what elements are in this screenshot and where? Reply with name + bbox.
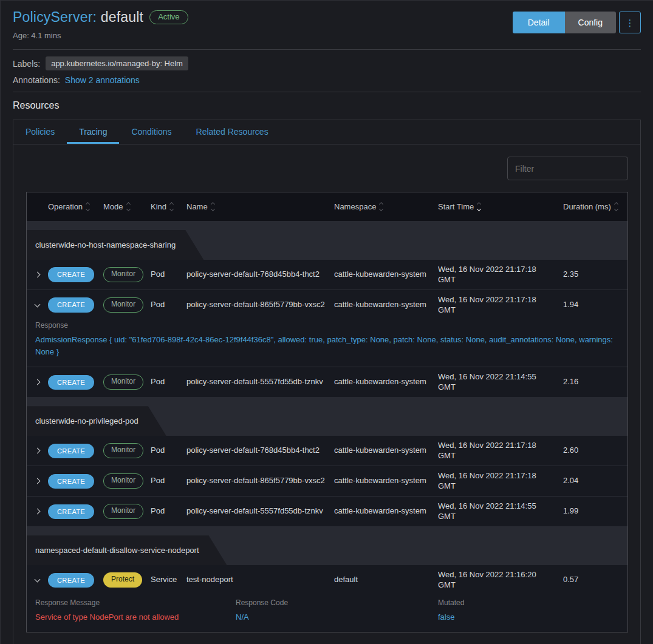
- cell-name: policy-server-default-865f5779bb-vxsc2: [186, 300, 334, 310]
- mode-badge: Monitor: [103, 443, 143, 458]
- column-header-name[interactable]: Name: [186, 202, 334, 211]
- tracing-tab-content: Operation Mode Kind Name: [13, 144, 640, 644]
- column-header-namespace[interactable]: Namespace: [334, 202, 438, 211]
- column-header-mode[interactable]: Mode: [103, 202, 151, 211]
- cell-mode: Monitor: [103, 375, 151, 390]
- group-label: clusterwide-no-privileged-pod: [27, 406, 166, 436]
- cell-mode: Monitor: [103, 473, 151, 489]
- row-detail: Response MessageService of type NodePort…: [27, 595, 627, 632]
- cell-operation: CREATE: [48, 474, 103, 489]
- mode-badge: Monitor: [103, 504, 143, 519]
- cell-kind: Pod: [151, 269, 186, 280]
- table-row[interactable]: CREATEMonitorPodpolicy-server-default-55…: [27, 367, 627, 397]
- chevron-right-icon: [35, 379, 41, 385]
- cell-name: policy-server-default-5557fd55db-tznkv: [186, 506, 334, 517]
- table-row-block: CREATEMonitorPodpolicy-server-default-55…: [27, 497, 627, 526]
- row-expander[interactable]: [27, 449, 48, 453]
- cell-start-time: Wed, 16 Nov 2022 21:14:55 GMT: [438, 372, 563, 393]
- table-header: Operation Mode Kind Name: [27, 192, 627, 221]
- column-header-duration[interactable]: Duration (ms): [563, 202, 627, 211]
- cell-name: policy-server-default-5557fd55db-tznkv: [186, 377, 334, 387]
- operation-badge: CREATE: [48, 474, 94, 489]
- group-header: namespaced-default-disallow-service-node…: [27, 526, 627, 565]
- group-label: clusterwide-no-host-namespace-sharing: [27, 230, 203, 260]
- cell-mode: Protect: [103, 572, 151, 588]
- table-row[interactable]: CREATEProtectServicetest-nodeportdefault…: [27, 565, 627, 595]
- row-expander[interactable]: [27, 380, 48, 384]
- cell-kind: Pod: [151, 446, 186, 456]
- chevron-down-icon: [35, 576, 41, 582]
- table-row[interactable]: CREATEMonitorPodpolicy-server-default-86…: [27, 290, 627, 320]
- resource-kind: PolicyServer:: [13, 9, 97, 25]
- filter-input[interactable]: [507, 157, 628, 180]
- detail-value: N/A: [236, 611, 438, 623]
- table-row[interactable]: CREATEMonitorPodpolicy-server-default-55…: [27, 497, 627, 526]
- show-annotations-link[interactable]: Show 2 annotations: [65, 75, 140, 85]
- detail-label: Response Message: [35, 598, 236, 607]
- cell-operation: CREATE: [48, 297, 103, 312]
- cell-start-time: Wed, 16 Nov 2022 21:17:18 GMT: [438, 471, 563, 492]
- cell-namespace: cattle-kubewarden-system: [334, 446, 438, 456]
- column-header-operation[interactable]: Operation: [48, 202, 103, 211]
- cell-name: policy-server-default-768d45bb4-thct2: [186, 446, 334, 456]
- mode-badge: Protect: [103, 572, 142, 588]
- tab-conditions[interactable]: Conditions: [119, 120, 183, 144]
- cell-namespace: default: [334, 575, 438, 585]
- table-row[interactable]: CREATEMonitorPodpolicy-server-default-86…: [27, 466, 627, 496]
- divider: [13, 49, 641, 50]
- cell-kind: Pod: [151, 476, 186, 486]
- page-title: PolicyServer: default: [13, 9, 143, 25]
- detail-button[interactable]: Detail: [513, 12, 565, 33]
- cell-namespace: cattle-kubewarden-system: [334, 300, 438, 310]
- table-row-block: CREATEMonitorPodpolicy-server-default-86…: [27, 466, 627, 497]
- cell-duration: 2.04: [563, 476, 627, 486]
- cell-start-time: Wed, 16 Nov 2022 21:16:20 GMT: [438, 570, 563, 591]
- cell-start-time: Wed, 16 Nov 2022 21:17:18 GMT: [438, 265, 563, 285]
- table-row[interactable]: CREATEMonitorPodpolicy-server-default-76…: [27, 436, 627, 466]
- tab-related-resources[interactable]: Related Resources: [184, 120, 281, 144]
- sort-carets-icon: [127, 203, 130, 211]
- row-expander[interactable]: [27, 273, 48, 277]
- kebab-menu-button[interactable]: ⋮: [619, 12, 641, 33]
- cell-name: test-nodeport: [186, 575, 334, 585]
- row-expander[interactable]: [27, 509, 48, 514]
- group-header: clusterwide-no-host-namespace-sharing: [27, 221, 627, 260]
- cell-start-time: Wed, 16 Nov 2022 21:17:18 GMT: [438, 441, 563, 461]
- tracing-table: Operation Mode Kind Name: [26, 192, 628, 632]
- table-row-block: CREATEMonitorPodpolicy-server-default-55…: [27, 367, 627, 397]
- detail-label: Response Code: [236, 598, 438, 607]
- resource-name: default: [101, 9, 143, 25]
- masthead: PolicyServer: default Active Age: 4.1 mi…: [13, 9, 641, 40]
- kebab-icon: ⋮: [626, 18, 635, 28]
- sort-carets-icon: [380, 203, 383, 211]
- label-chip: app.kubernetes.io/managed-by: Helm: [46, 56, 188, 70]
- group-header: clusterwide-no-privileged-pod: [27, 397, 627, 436]
- cell-kind: Pod: [151, 377, 186, 387]
- row-expander[interactable]: [27, 479, 48, 483]
- cell-namespace: cattle-kubewarden-system: [334, 476, 438, 486]
- column-header-start-time[interactable]: Start Time: [438, 202, 563, 211]
- mode-badge: Monitor: [103, 297, 143, 313]
- table-row[interactable]: CREATEMonitorPodpolicy-server-default-76…: [27, 260, 627, 290]
- labels-label: Labels:: [13, 59, 40, 69]
- detail-value: false: [438, 611, 615, 623]
- sort-carets-icon: [170, 203, 173, 211]
- chevron-right-icon: [35, 509, 41, 515]
- row-expander[interactable]: [27, 579, 48, 581]
- tab-tracing[interactable]: Tracing: [67, 120, 119, 144]
- cell-name: policy-server-default-865f5779bb-vxsc2: [186, 476, 334, 486]
- column-header-kind[interactable]: Kind: [151, 202, 186, 211]
- detail-value: Service of type NodePort are not allowed: [35, 611, 236, 623]
- detail-field: Response CodeN/A: [236, 598, 438, 623]
- row-expander[interactable]: [27, 304, 48, 307]
- tab-policies[interactable]: Policies: [13, 120, 67, 144]
- annotations-row: Annotations: Show 2 annotations: [13, 75, 641, 85]
- age-text: Age: 4.1 mins: [13, 31, 188, 40]
- response-value: AdmissionResponse { uid: "61fed706-898f-…: [35, 334, 615, 358]
- config-button[interactable]: Config: [565, 12, 616, 33]
- table-row-block: CREATEProtectServicetest-nodeportdefault…: [27, 565, 627, 632]
- cell-duration: 1.99: [563, 506, 627, 517]
- sort-carets-icon: [477, 203, 480, 211]
- cell-kind: Pod: [151, 300, 186, 310]
- table-row-block: CREATEMonitorPodpolicy-server-default-76…: [27, 260, 627, 290]
